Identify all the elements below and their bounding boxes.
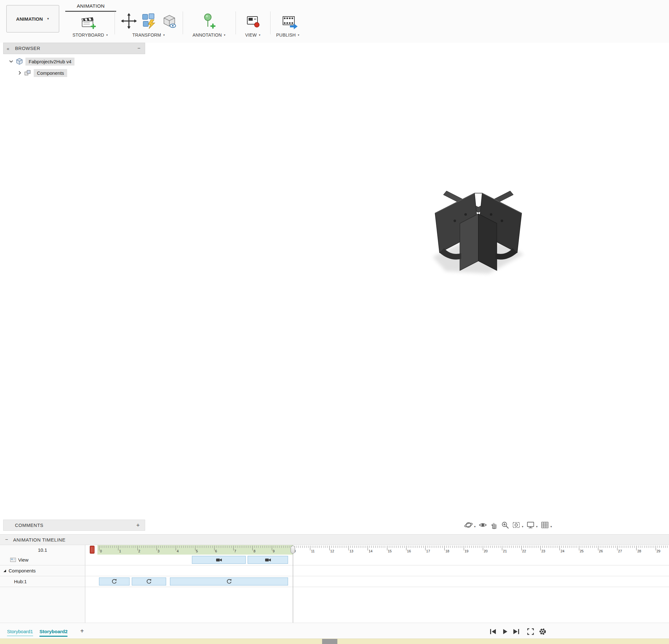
tab-storyboard1[interactable]: Storyboard1	[7, 629, 33, 636]
ruler-second-label: 17	[426, 549, 430, 553]
ruler-second-label: 15	[388, 549, 392, 553]
ruler-second-label: 28	[637, 549, 641, 553]
timeline-track[interactable]	[85, 555, 669, 565]
tab-storyboard2[interactable]: Storyboard2	[40, 629, 68, 637]
ruler-second-label: 5	[196, 549, 198, 553]
chevron-down-icon: ▼	[473, 525, 476, 528]
chevron-down-icon: ▼	[536, 525, 538, 528]
new-storyboard-icon[interactable]	[79, 12, 97, 31]
minimize-browser-icon[interactable]: −	[138, 45, 140, 51]
timeline-track[interactable]	[85, 576, 669, 587]
minimize-timeline-icon[interactable]: −	[5, 537, 8, 543]
ruler-second-label: 8	[253, 549, 255, 553]
collapse-panel-icon[interactable]: «	[7, 46, 9, 51]
play-button[interactable]	[501, 628, 509, 637]
storyboard-menu[interactable]: STORYBOARD▼	[66, 32, 115, 38]
timeline-row-view: View	[0, 555, 669, 566]
add-storyboard-icon[interactable]: +	[80, 628, 84, 635]
timeline-row-label[interactable]: View	[0, 555, 85, 565]
ruler-second-label: 24	[560, 549, 564, 553]
ruler-second-label: 14	[369, 549, 372, 553]
publish-video-icon[interactable]	[280, 13, 298, 32]
tab-animation[interactable]: ANIMATION	[65, 2, 116, 10]
camera-action-bar[interactable]	[192, 556, 246, 564]
workspace-selector[interactable]: ANIMATION ▼	[6, 5, 59, 32]
chevron-down-icon: ▼	[46, 17, 49, 20]
chevron-down-icon: ▼	[297, 34, 300, 37]
timeline-row-label[interactable]: Components	[0, 566, 85, 576]
chevron-down-icon: ▼	[224, 34, 226, 37]
rotate-action-bar[interactable]	[99, 577, 130, 585]
browser-root-row: Fabprojectv2Hub v4	[9, 56, 74, 67]
playhead-line[interactable]	[293, 545, 293, 623]
publish-menu[interactable]: PUBLISH▼	[271, 32, 305, 38]
ruler-second-label: 22	[522, 549, 526, 553]
display-settings-icon[interactable]: ▼	[526, 520, 538, 529]
comments-panel-header: COMMENTS +	[3, 519, 145, 531]
top-toolbar: ANIMATION ▼ ANIMATION STORYBOARD▼	[0, 0, 669, 43]
transform-menu[interactable]: TRANSFORM▼	[115, 32, 183, 38]
timeline-row-hub-1: Hub:1	[0, 576, 669, 587]
playhead-marker[interactable]	[290, 546, 295, 554]
browser-item-root[interactable]: Fabprojectv2Hub v4	[26, 58, 74, 66]
capture-view-icon[interactable]	[245, 13, 261, 31]
timeline-start-marker[interactable]	[90, 546, 95, 555]
timeline-ruler[interactable]: 0123456789101112131415161718192021222324…	[85, 545, 669, 555]
ruler-second-label: 16	[407, 549, 411, 553]
move-components-icon[interactable]	[120, 13, 137, 31]
ruler-second-label: 9	[273, 549, 275, 553]
taskbar-segment	[322, 639, 337, 644]
workspace-label: ANIMATION	[16, 16, 43, 22]
animation-timeline-header: − ANIMATION TIMELINE	[0, 534, 669, 545]
fit-icon[interactable]: ▼	[512, 520, 524, 529]
chevron-down-icon: ▼	[521, 525, 524, 528]
ruler-second-label: 13	[350, 549, 353, 553]
navigation-toolbar: ▼ ▼ ▼ ▼	[464, 520, 553, 530]
view-menu[interactable]: VIEW▼	[236, 32, 270, 38]
current-time-display[interactable]: 10.1	[0, 545, 85, 555]
components-folder-icon	[24, 70, 31, 76]
browser-title: BROWSER	[15, 46, 40, 51]
timeline-ruler-row: 10.1 01234567891011121314151617181920212…	[0, 545, 669, 555]
grid-icon[interactable]: ▼	[540, 520, 553, 529]
timeline-title: ANIMATION TIMELINE	[13, 537, 65, 543]
group-view: VIEW▼	[236, 12, 270, 43]
look-at-icon[interactable]	[478, 520, 487, 529]
ruler-second-label: 25	[580, 549, 584, 553]
group-storyboard: STORYBOARD▼	[66, 12, 115, 43]
ruler-second-label: 27	[618, 549, 622, 553]
restore-home-icon[interactable]	[162, 14, 177, 30]
timeline-row-label[interactable]: Hub:1	[0, 576, 85, 587]
new-callout-icon[interactable]	[200, 12, 217, 30]
browser-components-row: Components	[18, 68, 67, 78]
pan-icon[interactable]	[489, 520, 498, 529]
chevron-down-icon[interactable]	[9, 59, 13, 63]
annotation-menu[interactable]: ANNOTATION▼	[183, 32, 236, 38]
timeline-row-components: Components	[0, 566, 669, 576]
camera-action-bar[interactable]	[247, 556, 288, 564]
settings-gear-icon[interactable]	[539, 628, 547, 637]
ruler-second-label: 11	[311, 549, 314, 553]
hub-3d-model[interactable]	[426, 176, 531, 285]
add-comment-icon[interactable]: +	[136, 522, 140, 529]
browser-item-components[interactable]: Components	[34, 69, 67, 77]
animation-timeline-body: 10.1 01234567891011121314151617181920212…	[0, 545, 669, 623]
orbit-icon[interactable]: ▼	[464, 520, 476, 529]
fullscreen-icon[interactable]	[526, 628, 535, 637]
rotate-action-bar[interactable]	[170, 577, 288, 585]
ruler-second-label: 20	[484, 549, 488, 553]
transform-components-icon[interactable]	[141, 12, 158, 31]
timeline-track[interactable]	[85, 566, 669, 576]
rotate-action-bar[interactable]	[132, 577, 167, 585]
ruler-second-label: 18	[445, 549, 449, 553]
document-cube-icon	[16, 58, 23, 65]
chevron-down-icon: ▼	[162, 34, 165, 37]
chevron-right-icon[interactable]	[18, 71, 22, 75]
ruler-second-label: 2	[139, 549, 140, 553]
skip-to-end-button[interactable]	[512, 628, 521, 637]
zoom-icon[interactable]	[501, 520, 510, 529]
group-publish: PUBLISH▼	[271, 12, 305, 43]
taskbar-strip	[0, 639, 669, 644]
group-transform: TRANSFORM▼	[115, 12, 183, 43]
skip-to-start-button[interactable]	[489, 628, 497, 637]
